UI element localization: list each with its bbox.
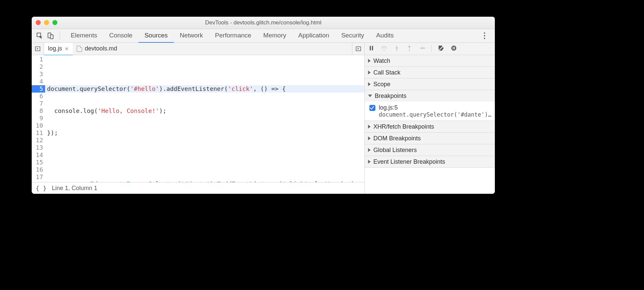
deactivate-breakpoints-button[interactable]	[438, 45, 444, 53]
panel-tab-security[interactable]: Security	[335, 29, 370, 42]
editor-pane: log.js✕devtools.md 123456789101112131415…	[32, 43, 365, 194]
file-tab-label: log.js	[48, 45, 62, 52]
show-navigator-button[interactable]	[32, 43, 44, 55]
maximize-window-button[interactable]	[52, 20, 57, 25]
panel-tab-elements[interactable]: Elements	[65, 29, 103, 42]
breakpoints-section[interactable]: Breakpoints	[365, 90, 495, 102]
step-over-button[interactable]	[381, 45, 387, 53]
step-marker-icon	[217, 182, 222, 182]
file-icon	[77, 46, 82, 52]
inspect-element-icon[interactable]	[35, 31, 44, 40]
scope-section[interactable]: Scope	[365, 79, 495, 90]
chevron-right-icon	[368, 148, 371, 152]
code-area[interactable]: document.querySelector('#hello').addEven…	[45, 55, 364, 182]
svg-rect-14	[454, 47, 455, 49]
panel-tabstrip: ElementsConsoleSourcesNetworkPerformance…	[32, 29, 495, 43]
chevron-right-icon	[368, 59, 371, 63]
close-window-button[interactable]	[36, 20, 41, 25]
close-tab-button[interactable]: ✕	[65, 46, 69, 51]
chevron-right-icon	[368, 125, 371, 129]
sources-body: log.js✕devtools.md 123456789101112131415…	[32, 43, 495, 194]
panel-tab-memory[interactable]: Memory	[257, 29, 292, 42]
breakpoint-item[interactable]: log.js:5 document.querySelector('#dante'…	[365, 102, 495, 121]
chevron-right-icon	[368, 136, 371, 140]
file-tab-devtools-md[interactable]: devtools.md	[73, 43, 121, 55]
line-number[interactable]: 8	[32, 107, 45, 115]
svg-point-12	[451, 46, 456, 51]
file-tab-label: devtools.md	[85, 45, 117, 52]
editor-status-bar: { } Line 1, Column 1	[32, 182, 364, 194]
panel-tab-application[interactable]: Application	[292, 29, 335, 42]
pause-on-exceptions-button[interactable]	[450, 45, 457, 53]
line-number[interactable]: 14	[32, 151, 45, 159]
panel-tab-console[interactable]: Console	[103, 29, 138, 42]
svg-rect-13	[453, 47, 454, 49]
line-number[interactable]: 5	[32, 85, 45, 93]
watch-section[interactable]: Watch	[365, 55, 495, 66]
dom-breakpoints-section[interactable]: DOM Breakpoints	[365, 133, 495, 144]
line-number[interactable]: 12	[32, 137, 45, 144]
line-number[interactable]: 6	[32, 93, 45, 100]
call-stack-section[interactable]: Call Stack	[365, 67, 495, 78]
breakpoint-checkbox[interactable]	[369, 105, 375, 111]
step-into-button[interactable]	[393, 45, 400, 53]
step-out-button[interactable]	[406, 45, 413, 53]
line-number[interactable]: 9	[32, 115, 45, 122]
svg-point-10	[424, 47, 425, 48]
breakpoint-preview: document.querySelector('#dante').addEv…	[379, 111, 492, 118]
line-number[interactable]: 11	[32, 129, 45, 137]
cursor-position: Line 1, Column 1	[52, 185, 97, 192]
pause-resume-button[interactable]	[368, 45, 375, 53]
debugger-pane: Watch Call Stack Scope Breakpoints log.j…	[365, 43, 495, 194]
panel-tab-network[interactable]: Network	[174, 29, 209, 42]
chevron-right-icon	[368, 82, 371, 86]
minimize-window-button[interactable]	[44, 20, 49, 25]
pretty-print-button[interactable]: { }	[36, 185, 47, 192]
svg-point-7	[383, 49, 384, 50]
window-title: DevTools - devtools.glitch.me/console/lo…	[205, 19, 322, 26]
chevron-right-icon	[368, 70, 371, 75]
step-marker-icon	[90, 182, 95, 182]
line-number[interactable]: 1	[32, 56, 45, 63]
breakpoint-location: log.js:5	[379, 104, 398, 111]
panel-tab-performance[interactable]: Performance	[209, 29, 257, 42]
svg-point-9	[409, 50, 410, 51]
line-number[interactable]: 3	[32, 70, 45, 78]
devtools-window: DevTools - devtools.glitch.me/console/lo…	[32, 17, 495, 194]
svg-rect-2	[50, 35, 53, 39]
line-gutter[interactable]: 1234567891011121314151617	[32, 55, 45, 182]
line-number[interactable]: 4	[32, 78, 45, 85]
line-number[interactable]: 10	[32, 122, 45, 129]
chevron-down-icon	[368, 95, 372, 97]
file-tab-row: log.js✕devtools.md	[32, 43, 364, 55]
event-listener-breakpoints-section[interactable]: Event Listener Breakpoints	[365, 156, 495, 167]
more-tabs-button[interactable]	[352, 43, 364, 55]
device-toggle-icon[interactable]	[46, 31, 55, 40]
line-number[interactable]: 2	[32, 63, 45, 70]
divider	[431, 45, 432, 52]
svg-point-8	[396, 50, 397, 51]
panel-tab-audits[interactable]: Audits	[370, 29, 400, 42]
xhr-breakpoints-section[interactable]: XHR/fetch Breakpoints	[365, 121, 495, 132]
panel-tab-sources[interactable]: Sources	[138, 29, 174, 43]
step-marker-icon	[127, 182, 131, 182]
line-number[interactable]: 16	[32, 166, 45, 173]
code-editor[interactable]: 1234567891011121314151617 document.query…	[32, 55, 364, 182]
divider	[60, 32, 60, 40]
line-number[interactable]: 15	[32, 159, 45, 166]
chevron-right-icon	[368, 160, 371, 164]
global-listeners-section[interactable]: Global Listeners	[365, 144, 495, 156]
debug-toolbar	[365, 43, 495, 55]
file-tab-log-js[interactable]: log.js✕	[44, 43, 73, 55]
window-titlebar: DevTools - devtools.glitch.me/console/lo…	[32, 17, 495, 29]
svg-rect-5	[370, 46, 371, 50]
svg-rect-6	[372, 46, 373, 50]
traffic-lights	[36, 20, 57, 25]
line-number[interactable]: 17	[32, 173, 45, 181]
more-options-button[interactable]	[479, 31, 490, 41]
step-button[interactable]	[419, 45, 425, 53]
line-number[interactable]: 7	[32, 100, 45, 107]
line-number[interactable]: 13	[32, 144, 45, 151]
